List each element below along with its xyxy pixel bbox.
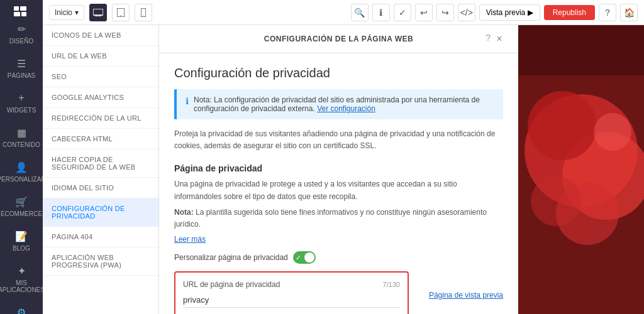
svg-rect-20 <box>518 25 644 75</box>
modal-close-btn[interactable]: × <box>493 33 506 45</box>
svg-rect-0 <box>14 6 19 11</box>
sec-item-iconos-web[interactable]: ÍCONOS DE LA WEB <box>43 25 158 46</box>
url-counter: 7/130 <box>382 281 400 288</box>
help-btn[interactable]: ? <box>599 4 616 21</box>
sec-item-copia-seguridad[interactable]: HACER COPIA DE SEGURIDAD DE LA WEB <box>43 149 158 178</box>
sec-item-config-privacidad[interactable]: CONFIGURACIÓN DE PRIVACIDAD <box>43 198 158 227</box>
sidebar-item-ecommerce[interactable]: 🛒 ECOMMERCE <box>0 189 43 224</box>
sidebar-item-paginas[interactable]: ☰ PÁGINAS <box>0 51 43 85</box>
pages-icon: ☰ <box>15 57 28 70</box>
pencil-icon: ✏ <box>15 23 28 35</box>
svg-point-9 <box>120 15 121 16</box>
gear-icon: ⚙ <box>15 306 28 314</box>
privacy-page-toggle[interactable]: ✓ <box>293 251 316 264</box>
widgets-icon: + <box>15 92 28 104</box>
svg-point-16 <box>528 91 597 160</box>
sec-item-idioma-sitio[interactable]: IDIOMA DEL SITIO <box>43 178 158 198</box>
sec-item-google-analytics[interactable]: GOOGLE ANALYTICS <box>43 87 158 108</box>
sidebar-item-widgets[interactable]: + WIDGETS <box>0 85 43 120</box>
redo-btn[interactable]: ↪ <box>436 4 454 21</box>
sec-item-pagina-404[interactable]: PÁGINA 404 <box>43 227 158 247</box>
svg-point-19 <box>594 113 631 151</box>
desktop-view-btn[interactable] <box>89 4 107 21</box>
blog-icon: 📝 <box>15 230 28 242</box>
svg-point-11 <box>143 15 143 16</box>
left-sidebar: ✏ DISEÑO ☰ PÁGINAS + WIDGETS ▦ CONTENIDO… <box>0 0 43 314</box>
republish-btn[interactable]: Republish <box>544 5 595 20</box>
apps-icon: ✦ <box>15 264 28 277</box>
modal-body: Configuración de privacidad ℹ Nota: La c… <box>159 53 518 314</box>
user-icon: 👤 <box>15 161 28 173</box>
content-icon: ▦ <box>15 126 28 139</box>
secondary-sidebar: ÍCONOS DE LA WEB URL DE LA WEB SEO GOOGL… <box>43 25 159 314</box>
modal-heading: Configuración de privacidad <box>174 66 503 80</box>
svg-rect-4 <box>93 9 103 15</box>
main-panel: CONFIGURACIÓN DE LA PÁGINA WEB × ? Confi… <box>159 25 644 314</box>
svg-rect-2 <box>14 12 20 16</box>
privacy-desc: Proteja la privacidad de sus visitantes … <box>174 128 503 152</box>
sec-item-redireccion-url[interactable]: REDIRECCIÓN DE LA URL <box>43 108 158 129</box>
toggle-check-icon: ✓ <box>296 254 301 262</box>
cart-icon: 🛒 <box>15 195 28 208</box>
modal-help-icon[interactable]: ? <box>486 33 491 43</box>
sidebar-item-personalizar[interactable]: 👤 PERSONALIZAR <box>0 154 43 189</box>
inicio-dropdown[interactable]: Inicio ▾ <box>49 5 84 20</box>
svg-point-18 <box>531 176 581 226</box>
code-btn[interactable]: </> <box>458 4 475 21</box>
vista-previa-link[interactable]: Página de vista previa <box>429 291 503 300</box>
url-label-row: URL de página de privacidad 7/130 <box>183 280 400 289</box>
privacy-section-title: Página de privacidad <box>174 163 503 173</box>
privacy-section-desc1: Una página de privacidad le protege a us… <box>174 178 503 202</box>
app-logo[interactable] <box>11 6 30 16</box>
sec-item-seo[interactable]: SEO <box>43 67 158 87</box>
sidebar-item-mis-aplicaciones[interactable]: ✦ MIS APLICACIONES <box>0 258 43 300</box>
modal-header: CONFIGURACIÓN DE LA PÁGINA WEB × <box>159 25 518 53</box>
privacy-section-note: Nota: La plantilla sugerida solo tiene f… <box>174 207 503 230</box>
undo-btn[interactable]: ↩ <box>415 4 433 21</box>
sidebar-item-blog[interactable]: 📝 BLOG <box>0 224 43 258</box>
content-row: ÍCONOS DE LA WEB URL DE LA WEB SEO GOOGL… <box>43 25 644 314</box>
toolbar-right: 🔍 ℹ ✓ ↩ ↪ </> Vista previa ▶ Republish ?… <box>351 4 638 21</box>
url-input[interactable] <box>183 293 400 308</box>
ver-configuracion-link[interactable]: Ver configuración <box>317 104 375 113</box>
info-circle-icon: ℹ <box>186 96 189 106</box>
check-btn[interactable]: ✓ <box>394 4 411 21</box>
info-box: ℹ Nota: La configuración de privacidad d… <box>174 89 503 119</box>
toggle-label: Personalizar página de privacidad <box>174 253 288 262</box>
sidebar-item-configuracion[interactable]: ⚙ CONFIGURACIÓN <box>0 300 43 314</box>
toggle-row: Personalizar página de privacidad ✓ <box>174 251 503 264</box>
main-area: Inicio ▾ 🔍 ℹ ✓ ↩ ↪ </> Vista previa ▶ Re… <box>43 0 644 314</box>
sec-item-url-web[interactable]: URL DE LA WEB <box>43 46 158 67</box>
modal-title: CONFIGURACIÓN DE LA PÁGINA WEB <box>184 35 493 43</box>
read-more-link[interactable]: Leer más <box>174 235 206 244</box>
sidebar-item-diseno[interactable]: ✏ DISEÑO <box>0 16 43 51</box>
svg-rect-1 <box>20 6 26 11</box>
mobile-view-btn[interactable] <box>135 4 152 21</box>
vista-previa-btn[interactable]: Vista previa ▶ <box>479 4 540 21</box>
info-btn[interactable]: ℹ <box>372 4 390 21</box>
sec-item-cabecera-html[interactable]: CABECERA HTML <box>43 129 158 149</box>
background-image-area <box>518 25 644 314</box>
url-field-label: URL de página de privacidad <box>183 280 280 289</box>
modal-overlay: CONFIGURACIÓN DE LA PÁGINA WEB × ? Confi… <box>159 25 644 314</box>
sec-item-app-web-progresiva[interactable]: APLICACIÓN WEB PROGRESIVA (PWA) <box>43 247 158 276</box>
modal: CONFIGURACIÓN DE LA PÁGINA WEB × ? Confi… <box>159 25 518 314</box>
sidebar-item-contenido[interactable]: ▦ CONTENIDO <box>0 120 43 154</box>
home-btn[interactable]: 🏠 <box>620 4 638 21</box>
url-action-row: Personalizar <box>183 308 400 314</box>
search-btn[interactable]: 🔍 <box>351 4 369 21</box>
url-section: URL de página de privacidad 7/130 Person… <box>174 271 409 314</box>
svg-rect-3 <box>21 12 26 16</box>
tablet-view-btn[interactable] <box>112 4 130 21</box>
chevron-down-icon: ▾ <box>75 8 79 17</box>
toolbar: Inicio ▾ 🔍 ℹ ✓ ↩ ↪ </> Vista previa ▶ Re… <box>43 0 644 25</box>
